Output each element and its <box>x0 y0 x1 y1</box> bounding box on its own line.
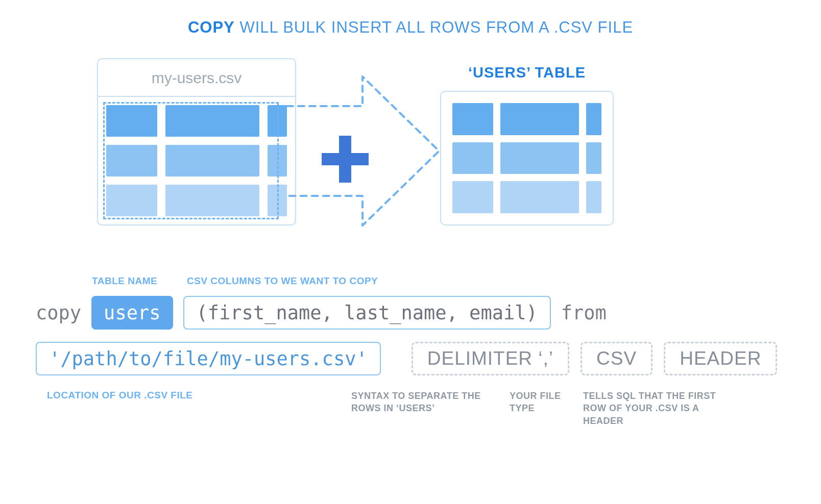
table-cell <box>106 105 157 137</box>
table-row <box>106 105 287 137</box>
table-cell <box>586 142 601 174</box>
caption-delimiter: SYNTAX TO SEPARATE THE ROWS IN ‘USERS’ <box>351 390 484 415</box>
sql-token-table: users <box>91 296 173 330</box>
table-row <box>106 145 287 177</box>
csv-filename-label: my-users.csv <box>98 59 295 97</box>
users-table-label: ‘USERS’ TABLE <box>440 64 614 81</box>
table-cell <box>268 185 287 216</box>
table-cell <box>452 142 493 174</box>
table-cell <box>452 181 493 213</box>
caption-table-name: TABLE NAME <box>92 275 157 287</box>
plus-icon <box>322 136 369 183</box>
sql-token-path: '/path/to/file/my-users.csv' <box>36 342 381 375</box>
sql-token-csv: CSV <box>581 342 653 375</box>
table-cell <box>106 145 157 177</box>
table-row <box>452 103 601 135</box>
caption-path: LOCATION OF OUR .CSV FILE <box>47 390 193 401</box>
caption-filetype: YOUR FILE TYPE <box>510 390 571 415</box>
table-cell <box>165 145 259 177</box>
table-cell <box>268 145 287 177</box>
table-row <box>452 181 601 213</box>
table-row <box>106 185 287 216</box>
table-row <box>452 142 601 174</box>
table-cell <box>500 142 579 174</box>
title-command: COPY <box>188 18 235 36</box>
csv-file-card: my-users.csv <box>97 58 296 225</box>
csv-grid <box>98 97 295 224</box>
title-text: WILL BULK INSERT ALL ROWS FROM A .CSV FI… <box>235 18 633 36</box>
caption-columns: CSV COLUMNS TO WE WANT TO COPY <box>187 275 378 287</box>
diagram-title: COPY WILL BULK INSERT ALL ROWS FROM A .C… <box>0 18 821 37</box>
sql-token-columns: (first_name, last_name, email) <box>183 296 551 330</box>
table-cell <box>106 185 157 216</box>
sql-token-header: HEADER <box>664 342 777 375</box>
table-cell <box>586 103 601 135</box>
users-table-card <box>440 91 614 225</box>
table-cell <box>165 185 259 216</box>
table-cell <box>500 181 579 213</box>
sql-keyword-copy: copy <box>36 302 81 324</box>
table-cell <box>452 103 493 135</box>
table-cell <box>268 105 287 137</box>
arrow-icon <box>286 66 444 236</box>
sql-keyword-from: from <box>561 302 607 324</box>
sql-token-delimiter: DELIMITER ‘,’ <box>412 342 569 375</box>
table-cell <box>165 105 259 137</box>
caption-header: TELLS SQL THAT THE FIRST ROW OF YOUR .CS… <box>583 390 736 427</box>
table-cell <box>586 181 601 213</box>
table-cell <box>500 103 579 135</box>
